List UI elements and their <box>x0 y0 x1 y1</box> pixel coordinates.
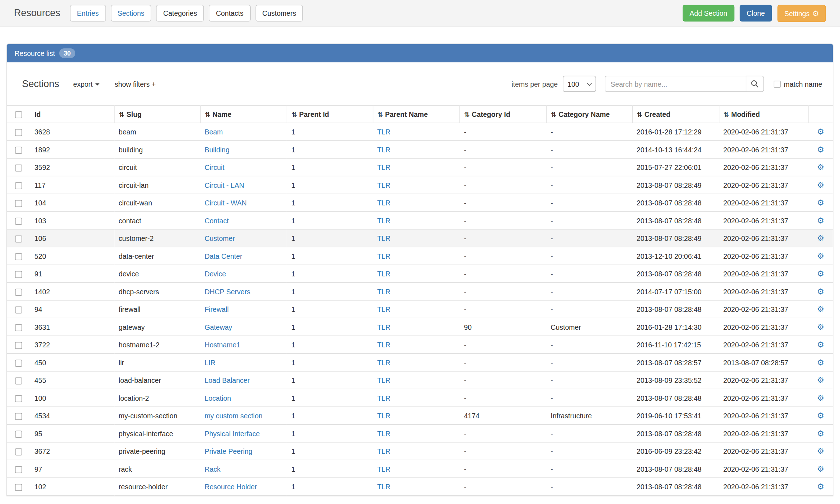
row-checkbox[interactable] <box>15 129 22 136</box>
row-checkbox[interactable] <box>15 413 22 420</box>
column-header-name[interactable]: ⇅Name <box>200 106 287 123</box>
row-settings-gear-icon[interactable]: ⚙︎ <box>817 322 824 332</box>
row-settings-gear-icon[interactable]: ⚙︎ <box>817 393 824 403</box>
nav-button-categories[interactable]: Categories <box>156 5 204 22</box>
parent-name-link[interactable]: TLR <box>377 146 391 154</box>
export-dropdown[interactable]: export <box>73 80 100 88</box>
name-link[interactable]: Hostname1 <box>204 341 240 349</box>
parent-name-link[interactable]: TLR <box>377 128 391 136</box>
name-link[interactable]: Circuit - WAN <box>204 199 246 207</box>
row-settings-gear-icon[interactable]: ⚙︎ <box>817 304 824 314</box>
row-settings-gear-icon[interactable]: ⚙︎ <box>817 251 824 261</box>
parent-name-link[interactable]: TLR <box>377 429 391 438</box>
row-settings-gear-icon[interactable]: ⚙︎ <box>817 269 824 278</box>
name-link[interactable]: LIR <box>204 358 215 367</box>
row-checkbox[interactable] <box>15 431 22 438</box>
parent-name-link[interactable]: TLR <box>377 234 391 242</box>
show-filters-toggle[interactable]: show filters + <box>115 80 156 88</box>
row-settings-gear-icon[interactable]: ⚙︎ <box>817 429 824 438</box>
row-checkbox[interactable] <box>15 218 22 225</box>
nav-button-entries[interactable]: Entries <box>70 5 106 22</box>
row-checkbox[interactable] <box>15 306 22 313</box>
parent-name-link[interactable]: TLR <box>377 305 391 313</box>
parent-name-link[interactable]: TLR <box>377 270 391 278</box>
nav-button-sections[interactable]: Sections <box>110 5 151 22</box>
column-header-slug[interactable]: ⇅Slug <box>114 106 200 123</box>
column-header-id[interactable]: Id <box>30 106 114 123</box>
row-settings-gear-icon[interactable]: ⚙︎ <box>817 162 824 172</box>
name-link[interactable]: Load Balancer <box>204 376 250 384</box>
row-checkbox[interactable] <box>15 182 22 189</box>
row-checkbox[interactable] <box>15 289 22 296</box>
nav-button-customers[interactable]: Customers <box>255 5 303 22</box>
row-checkbox[interactable] <box>15 200 22 207</box>
row-settings-gear-icon[interactable]: ⚙︎ <box>817 464 824 474</box>
row-settings-gear-icon[interactable]: ⚙︎ <box>817 216 824 225</box>
name-link[interactable]: Firewall <box>204 305 228 313</box>
parent-name-link[interactable]: TLR <box>377 412 391 420</box>
column-header-category-id[interactable]: ⇅Category Id <box>459 106 546 123</box>
row-checkbox[interactable] <box>15 324 22 331</box>
settings-button[interactable]: Settings⚙︎ <box>777 5 826 22</box>
match-name-checkbox[interactable] <box>774 80 781 87</box>
name-link[interactable]: Gateway <box>204 323 232 331</box>
name-link[interactable]: Circuit - LAN <box>204 181 244 189</box>
name-link[interactable]: Contact <box>204 217 228 225</box>
name-link[interactable]: DHCP Servers <box>204 287 250 296</box>
parent-name-link[interactable]: TLR <box>377 181 391 189</box>
row-checkbox[interactable] <box>15 271 22 278</box>
search-input[interactable] <box>605 76 746 92</box>
row-settings-gear-icon[interactable]: ⚙︎ <box>817 340 824 349</box>
row-settings-gear-icon[interactable]: ⚙︎ <box>817 180 824 190</box>
parent-name-link[interactable]: TLR <box>377 482 391 491</box>
row-settings-gear-icon[interactable]: ⚙︎ <box>817 287 824 296</box>
row-checkbox[interactable] <box>15 147 22 154</box>
row-settings-gear-icon[interactable]: ⚙︎ <box>817 411 824 420</box>
column-header-category-name[interactable]: ⇅Category Name <box>546 106 632 123</box>
search-button[interactable] <box>746 76 764 92</box>
clone-button[interactable]: Clone <box>740 5 772 22</box>
name-link[interactable]: my custom section <box>204 412 262 420</box>
name-link[interactable]: Location <box>204 394 231 402</box>
add-section-button[interactable]: Add Section <box>683 5 734 22</box>
name-link[interactable]: Resource Holder <box>204 482 257 491</box>
parent-name-link[interactable]: TLR <box>377 394 391 402</box>
parent-name-link[interactable]: TLR <box>377 341 391 349</box>
column-header-parent-id[interactable]: ⇅Parent Id <box>287 106 373 123</box>
column-header-parent-name[interactable]: ⇅Parent Name <box>373 106 460 123</box>
row-settings-gear-icon[interactable]: ⚙︎ <box>817 145 824 154</box>
name-link[interactable]: Physical Interface <box>204 429 260 438</box>
row-checkbox[interactable] <box>15 342 22 349</box>
row-settings-gear-icon[interactable]: ⚙︎ <box>817 375 824 385</box>
name-link[interactable]: Device <box>204 270 226 278</box>
parent-name-link[interactable]: TLR <box>377 447 391 455</box>
parent-name-link[interactable]: TLR <box>377 199 391 207</box>
name-link[interactable]: Customer <box>204 234 235 242</box>
row-checkbox[interactable] <box>15 448 22 455</box>
name-link[interactable]: Private Peering <box>204 447 252 455</box>
row-checkbox[interactable] <box>15 164 22 171</box>
parent-name-link[interactable]: TLR <box>377 287 391 296</box>
nav-button-contacts[interactable]: Contacts <box>209 5 250 22</box>
row-settings-gear-icon[interactable]: ⚙︎ <box>817 198 824 207</box>
name-link[interactable]: Beam <box>204 128 223 136</box>
name-link[interactable]: Building <box>204 146 229 154</box>
name-link[interactable]: Rack <box>204 465 220 473</box>
row-settings-gear-icon[interactable]: ⚙︎ <box>817 127 824 136</box>
row-checkbox[interactable] <box>15 235 22 242</box>
name-link[interactable]: Data Center <box>204 252 242 260</box>
row-checkbox[interactable] <box>15 377 22 384</box>
items-per-page-select[interactable]: 100 <box>563 76 596 92</box>
parent-name-link[interactable]: TLR <box>377 252 391 260</box>
select-all-checkbox[interactable] <box>15 111 22 119</box>
row-settings-gear-icon[interactable]: ⚙︎ <box>817 358 824 367</box>
parent-name-link[interactable]: TLR <box>377 323 391 331</box>
parent-name-link[interactable]: TLR <box>377 465 391 473</box>
parent-name-link[interactable]: TLR <box>377 358 391 367</box>
row-settings-gear-icon[interactable]: ⚙︎ <box>817 482 824 491</box>
row-checkbox[interactable] <box>15 395 22 402</box>
row-checkbox[interactable] <box>15 253 22 260</box>
column-header-modified[interactable]: ⇅Modified <box>719 106 808 123</box>
column-header-created[interactable]: ⇅Created <box>632 106 719 123</box>
row-settings-gear-icon[interactable]: ⚙︎ <box>817 446 824 456</box>
